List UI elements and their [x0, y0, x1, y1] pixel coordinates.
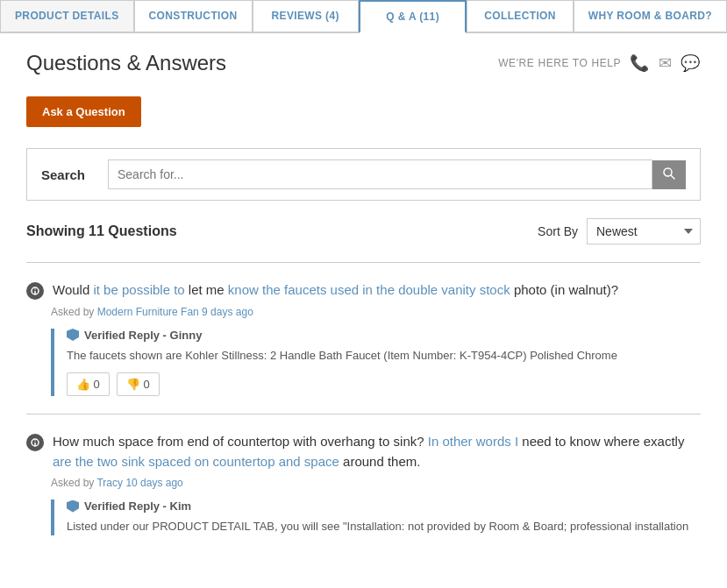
tab-product-details[interactable]: PRODUCT DETAILS — [0, 0, 134, 32]
svg-point-7 — [34, 440, 35, 441]
page-header: Questions & Answers WE'RE HERE TO HELP 📞… — [26, 51, 701, 75]
search-input[interactable] — [108, 159, 652, 189]
asked-by: Asked by Tracy 10 days ago — [51, 477, 701, 489]
username[interactable]: Modern Furniture Fan — [97, 306, 199, 318]
asked-by: Asked by Modern Furniture Fan 9 days ago — [51, 306, 701, 318]
reply-header: Verified Reply - Ginny — [67, 329, 701, 342]
question-row: How much space from end of countertop wi… — [26, 432, 701, 471]
divider-top — [26, 262, 701, 263]
search-icon — [663, 167, 675, 180]
svg-point-4 — [34, 288, 35, 289]
qa-item-1: Would it be possible to let me know the … — [26, 280, 701, 396]
vote-down-button[interactable]: 👎 0 — [117, 372, 160, 396]
search-bar: Search — [26, 148, 701, 201]
vote-up-button[interactable]: 👍 0 — [67, 372, 110, 396]
search-button[interactable] — [652, 160, 686, 189]
qa-item-2: How much space from end of countertop wi… — [26, 432, 701, 535]
reply-box: Verified Reply - GinnyThe faucets shown … — [51, 329, 701, 397]
help-bar: WE'RE HERE TO HELP 📞 ✉ 💬 — [498, 53, 701, 73]
tab-qa[interactable]: Q & A (11) — [359, 0, 467, 33]
reply-box: Verified Reply - KimListed under our PRO… — [51, 499, 701, 535]
reply-label: Verified Reply - Ginny — [84, 329, 202, 342]
phone-icon[interactable]: 📞 — [630, 53, 650, 73]
verified-shield-icon — [67, 500, 79, 513]
chat-icon[interactable]: 💬 — [681, 53, 701, 73]
svg-line-1 — [671, 175, 674, 179]
tab-collection[interactable]: COLLECTION — [467, 0, 573, 32]
sort-select[interactable]: NewestOldestMost Helpful — [587, 218, 701, 244]
ask-question-button[interactable]: Ask a Question — [26, 96, 141, 127]
reply-label: Verified Reply - Kim — [84, 499, 191, 513]
question-row: Would it be possible to let me know the … — [26, 280, 701, 301]
showing-text: Showing 11 Questions — [26, 223, 177, 239]
vote-row: 👍 0👎 0 — [67, 372, 701, 396]
username[interactable]: Tracy — [96, 477, 123, 489]
qa-list: Would it be possible to let me know the … — [26, 280, 701, 535]
divider-qa — [26, 414, 701, 414]
tab-why-room-board[interactable]: WHY ROOM & BOARD? — [574, 0, 727, 32]
page-title: Questions & Answers — [26, 51, 226, 75]
sort-label: Sort By — [538, 224, 578, 238]
search-label: Search — [41, 167, 94, 182]
time-ago: 10 days ago — [125, 477, 182, 489]
tab-reviews[interactable]: REVIEWS (4) — [253, 0, 359, 32]
email-icon[interactable]: ✉ — [659, 53, 673, 73]
question-icon — [26, 282, 44, 300]
question-text: Would it be possible to let me know the … — [53, 280, 618, 301]
time-ago: 9 days ago — [202, 306, 253, 318]
reply-header: Verified Reply - Kim — [67, 499, 701, 513]
sort-area: Sort By NewestOldestMost Helpful — [538, 218, 701, 244]
reply-text: The faucets shown are Kohler Stillness: … — [67, 347, 701, 365]
help-label: WE'RE HERE TO HELP — [498, 57, 621, 69]
verified-shield-icon — [67, 329, 79, 341]
sort-row: Showing 11 Questions Sort By NewestOldes… — [26, 218, 701, 244]
reply-text: Listed under our PRODUCT DETAIL TAB, you… — [67, 518, 701, 535]
question-text: How much space from end of countertop wi… — [53, 432, 701, 471]
tab-bar: PRODUCT DETAILSCONSTRUCTIONREVIEWS (4)Q … — [0, 0, 727, 33]
tab-construction[interactable]: CONSTRUCTION — [134, 0, 253, 32]
question-icon — [26, 434, 44, 451]
